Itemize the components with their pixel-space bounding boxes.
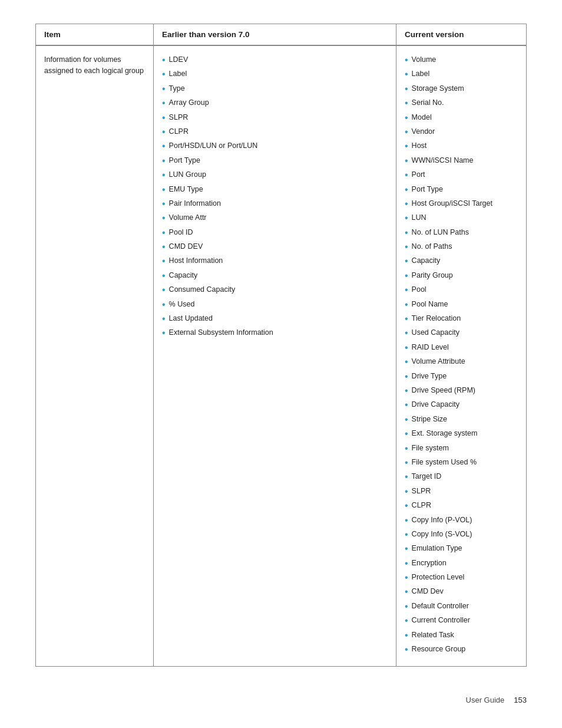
current-item-text: Tier Relocation (412, 313, 461, 324)
bullet-icon: • (405, 629, 408, 642)
bullet-icon: • (405, 470, 408, 483)
bullet-icon: • (162, 169, 166, 182)
list-item: •CLPR (162, 126, 388, 139)
bullet-icon: • (162, 97, 166, 110)
current-item-text: RAID Level (412, 342, 449, 353)
current-item-text: Storage System (412, 83, 464, 94)
bullet-icon: • (162, 269, 166, 282)
bullet-icon: • (162, 140, 166, 153)
bullet-icon: • (405, 241, 408, 253)
current-item-text: Serial No. (412, 97, 444, 108)
list-item: •Array Group (162, 97, 388, 110)
list-item: •Last Updated (162, 313, 388, 325)
list-item: •Model (405, 112, 518, 124)
current-item-text: Drive Speed (RPM) (412, 385, 475, 396)
current-item-text: Capacity (412, 255, 441, 266)
header-current: Current version (396, 24, 526, 45)
main-table: Item Earlier than version 7.0 Current ve… (35, 24, 527, 667)
list-item: •Port Type (405, 184, 518, 196)
bullet-icon: • (162, 327, 166, 340)
list-item: •Parity Group (405, 270, 518, 282)
list-item: •Port/HSD/LUN or Port/LUN (162, 140, 388, 153)
list-item: •Resource Group (405, 644, 518, 656)
current-item-text: Drive Type (412, 371, 447, 382)
list-item: •Protection Level (405, 572, 518, 584)
list-item: •CLPR (405, 500, 518, 512)
current-item-text: Drive Capacity (412, 399, 459, 410)
current-item-text: Related Task (412, 630, 454, 641)
list-item: •Drive Speed (RPM) (405, 385, 518, 397)
current-item-text: Resource Group (412, 644, 466, 655)
list-item: •Volume Attribute (405, 356, 518, 368)
bullet-icon: • (405, 54, 408, 67)
current-item-text: Protection Level (412, 572, 465, 583)
list-item: •LUN Group (162, 169, 388, 182)
list-item: •LUN (405, 212, 518, 225)
list-item: •File system Used % (405, 457, 518, 469)
bullet-icon: • (405, 140, 408, 153)
bullet-icon: • (405, 384, 408, 397)
bullet-icon: • (405, 571, 408, 584)
bullet-icon: • (405, 557, 408, 570)
header-earlier: Earlier than version 7.0 (154, 24, 396, 45)
bullet-icon: • (405, 226, 408, 239)
bullet-icon: • (405, 169, 408, 182)
bullet-icon: • (405, 528, 408, 541)
list-item: •SLPR (162, 112, 388, 124)
earlier-item-text: Pool ID (169, 227, 193, 238)
current-item-text: Label (412, 68, 430, 80)
current-item-text: LUN (412, 212, 427, 223)
current-item-text: Port Type (412, 184, 443, 195)
list-item: •Port (405, 169, 518, 182)
list-item: •Used Capacity (405, 327, 518, 340)
bullet-icon: • (405, 111, 408, 124)
bullet-icon: • (405, 341, 408, 354)
current-item-text: Stripe Size (412, 414, 447, 425)
current-item-text: Volume Attribute (412, 356, 465, 367)
list-item: •Drive Type (405, 371, 518, 383)
bullet-icon: • (405, 312, 408, 325)
bullet-icon: • (162, 298, 166, 311)
list-item: •Current Controller (405, 615, 518, 627)
list-item: •Consumed Capacity (162, 284, 388, 297)
bullet-icon: • (405, 485, 408, 498)
list-item: •No. of LUN Paths (405, 227, 518, 239)
current-item-text: Target ID (412, 471, 442, 482)
bullet-icon: • (405, 585, 408, 598)
table-body-row: Information for volumes assigned to each… (36, 46, 526, 666)
list-item: •WWN/iSCSI Name (405, 155, 518, 167)
list-item: •Vendor (405, 126, 518, 139)
list-item: •% Used (162, 299, 388, 311)
list-item: •No. of Paths (405, 241, 518, 253)
earlier-item-text: Array Group (169, 97, 209, 108)
header-earlier-label: Earlier than version 7.0 (162, 30, 250, 39)
current-item-text: Host (412, 140, 427, 151)
bullet-icon: • (162, 126, 166, 139)
bullet-icon: • (162, 284, 166, 297)
current-item-text: CMD Dev (412, 586, 444, 597)
bullet-icon: • (162, 312, 166, 325)
table-header-row: Item Earlier than version 7.0 Current ve… (36, 24, 526, 46)
bullet-icon: • (405, 327, 408, 340)
bullet-icon: • (162, 241, 166, 253)
footer-page: 153 (514, 696, 527, 704)
bullet-icon: • (405, 413, 408, 426)
earlier-item-text: Label (169, 68, 187, 80)
list-item: •Type (162, 83, 388, 95)
list-item: •Serial No. (405, 97, 518, 110)
bullet-icon: • (405, 442, 408, 455)
list-item: •LDEV (162, 54, 388, 67)
bullet-icon: • (405, 269, 408, 282)
bullet-icon: • (405, 197, 408, 210)
list-item: •Label (162, 68, 388, 81)
bullet-icon: • (405, 126, 408, 139)
bullet-icon: • (162, 212, 166, 225)
list-item: •Stripe Size (405, 414, 518, 426)
list-item: •CMD Dev (405, 586, 518, 598)
list-item: •Port Type (162, 155, 388, 167)
bullet-icon: • (162, 68, 166, 81)
current-item-text: File system (412, 443, 449, 454)
earlier-item-text: EMU Type (169, 184, 203, 195)
list-item: •Pool ID (162, 227, 388, 239)
bullet-icon: • (405, 427, 408, 440)
